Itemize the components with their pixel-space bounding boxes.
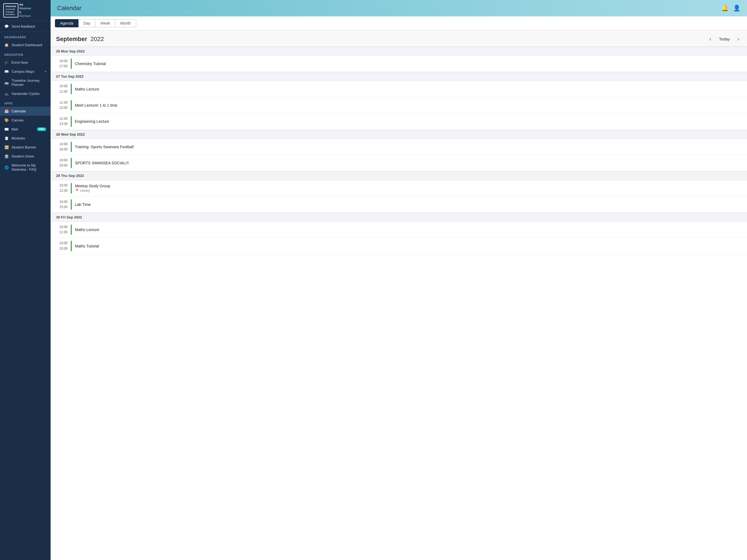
event-title: Meet Lecturer 1 to 1 time [75, 103, 742, 107]
event-time: 12:30 13:30 [56, 116, 68, 127]
enrol-now-label: Enrol Now [11, 60, 28, 65]
sidebar-item-student-banner[interactable]: 🖼️ Student Banner [0, 143, 51, 152]
event-bar [71, 240, 72, 251]
tab-week[interactable]: Week [96, 19, 115, 27]
apps-section: APPS 📅 Calendar 🎨 Canvas ✉️ Mail 1061 📋 … [0, 98, 51, 174]
logo-left-text: Swansea University Prifysgol Abertawe [3, 3, 18, 18]
modules-icon: 📋 [4, 136, 9, 140]
event-title: Training -Sports Swansea Football [75, 145, 742, 149]
maps-icon: 📖 [4, 70, 9, 74]
calendar-label: Calendar [11, 109, 26, 113]
event-content: Meetup Study Group 📍 Library [75, 183, 742, 193]
event-title: Lab Time [75, 202, 742, 207]
event-row[interactable]: 14:00 15:00 Lab Time [51, 197, 747, 213]
event-bar [71, 183, 72, 193]
event-time: 10:00 12:30 [56, 183, 68, 193]
day-header-26: 26 Mon Sep 2022 [51, 47, 747, 56]
sidebar-item-canvas[interactable]: 🎨 Canvas [0, 116, 51, 125]
event-time: 10:00 11:00 [56, 225, 68, 235]
sidebar-item-santander[interactable]: 🚲 Santander Cycles [0, 89, 51, 98]
welcome-faq-label: Welcome to My Swansea - FAQ [11, 163, 46, 172]
student-union-label: Student Union [11, 154, 34, 158]
mail-icon: ✉️ [4, 127, 9, 131]
event-content: Training -Sports Swansea Football [75, 142, 742, 152]
calendar-icon: 📅 [4, 109, 9, 113]
bike-icon: 🚲 [4, 92, 9, 96]
month-year-title: September 2022 [56, 35, 104, 43]
modules-label: Modules [11, 136, 25, 140]
send-feedback-button[interactable]: 💬 Send feedback [0, 21, 51, 32]
event-title: SPORTS SWANSEA SOCIAL!!! [75, 161, 742, 165]
bus-icon: 🚌 [4, 81, 9, 85]
main-area: Calendar 🔔 👤 Agenda Day Week Month Septe… [51, 0, 747, 560]
day-header-27: 27 Tue Sep 2022 [51, 72, 747, 81]
day-header-28: 28 Wed Sep 2022 [51, 130, 747, 139]
event-row[interactable]: 16:00 17:00 Chemistry Tutorial [51, 56, 747, 72]
prev-nav-button[interactable]: ‹ [707, 35, 714, 43]
sidebar-item-calendar[interactable]: 📅 Calendar [0, 107, 51, 116]
sidebar-item-enrol-now[interactable]: 🎓 Enrol Now [0, 58, 51, 67]
user-avatar-icon[interactable]: 👤 [733, 5, 741, 12]
sidebar-item-welcome-faq[interactable]: 🌐 Welcome to My Swansea - FAQ [0, 161, 51, 174]
event-row[interactable]: 10:00 12:30 Meetup Study Group 📍 Library [51, 180, 747, 196]
campus-maps-label: Campus Maps [11, 70, 34, 74]
santander-label: Santander Cycles [11, 92, 40, 96]
sidebar-item-modules[interactable]: 📋 Modules [0, 134, 51, 143]
tab-day[interactable]: Day [78, 19, 96, 27]
dashboards-section: DASHBOARDS 🏠 Student Dashboard [0, 32, 51, 50]
event-row[interactable]: 12:30 13:30 Engineering Lecture [51, 113, 747, 130]
event-content: Engineering Lecture [75, 116, 742, 127]
event-content: Maths Tutorial [75, 240, 742, 251]
navigation-section: NAVIGATION 🎓 Enrol Now 📖 Campus Maps ▾ 🚌… [0, 50, 51, 98]
mail-badge: 1061 [37, 127, 46, 131]
traveline-label: Traveline Journey Planner [11, 78, 46, 87]
canvas-icon: 🎨 [4, 118, 9, 122]
enrol-icon: 🎓 [4, 60, 9, 65]
event-bar [71, 158, 72, 168]
navigation-title: NAVIGATION [0, 50, 51, 58]
day-header-30: 30 Fri Sep 2022 [51, 213, 747, 222]
event-content: Lab Time [75, 199, 742, 210]
calendar-area: Agenda Day Week Month September 2022 ‹ T… [51, 17, 747, 560]
event-title: Maths Lecture [75, 228, 742, 232]
today-button[interactable]: Today [717, 35, 732, 42]
event-bar [71, 225, 72, 235]
event-content: Chemistry Tutorial [75, 58, 742, 69]
event-title: Maths Lecture [75, 87, 742, 91]
event-content: Maths Lecture [75, 84, 742, 94]
location-pin-icon: 📍 [75, 189, 79, 193]
event-time: 19:00 20:00 [56, 158, 68, 168]
event-time: 10:00 11:00 [56, 84, 68, 94]
event-row[interactable]: 14:00 15:00 Maths Tutorial [51, 238, 747, 254]
sidebar-item-student-dashboard[interactable]: 🏠 Student Dashboard [0, 41, 51, 50]
event-bar [71, 199, 72, 210]
sidebar-item-traveline[interactable]: 🚌 Traveline Journey Planner [0, 76, 51, 89]
faq-icon: 🌐 [4, 166, 9, 170]
event-bar [71, 84, 72, 94]
event-row[interactable]: 14:00 16:00 Training -Sports Swansea Foo… [51, 139, 747, 155]
event-time: 11:30 12:00 [56, 100, 68, 110]
event-content: Maths Lecture [75, 225, 742, 235]
sidebar-item-student-union[interactable]: 🏛️ Student Union [0, 152, 51, 161]
banner-icon: 🖼️ [4, 145, 9, 149]
event-row[interactable]: 10:00 11:00 Maths Lecture [51, 222, 747, 238]
event-bar [71, 142, 72, 152]
next-nav-button[interactable]: › [735, 35, 742, 43]
notification-bell-icon[interactable]: 🔔 [721, 5, 729, 12]
sidebar-item-mail[interactable]: ✉️ Mail 1061 [0, 125, 51, 134]
tab-month[interactable]: Month [115, 19, 136, 27]
event-row[interactable]: 11:30 12:00 Meet Lecturer 1 to 1 time [51, 97, 747, 113]
event-title: Chemistry Tutorial [75, 61, 742, 66]
dashboards-title: DASHBOARDS [0, 32, 51, 41]
event-row[interactable]: 10:00 11:00 Maths Lecture [51, 81, 747, 97]
event-row[interactable]: 19:00 20:00 SPORTS SWANSEA SOCIAL!!! [51, 155, 747, 171]
event-bar [71, 100, 72, 110]
mail-label: Mail [11, 127, 18, 131]
sidebar-item-campus-maps[interactable]: 📖 Campus Maps ▾ [0, 67, 51, 76]
chevron-down-icon: ▾ [45, 70, 46, 73]
app-header: Calendar 🔔 👤 [51, 0, 747, 17]
tab-agenda[interactable]: Agenda [55, 19, 78, 27]
union-icon: 🏛️ [4, 154, 9, 158]
apps-title: APPS [0, 98, 51, 107]
sidebar: Swansea University Prifysgol Abertawe my… [0, 0, 51, 560]
